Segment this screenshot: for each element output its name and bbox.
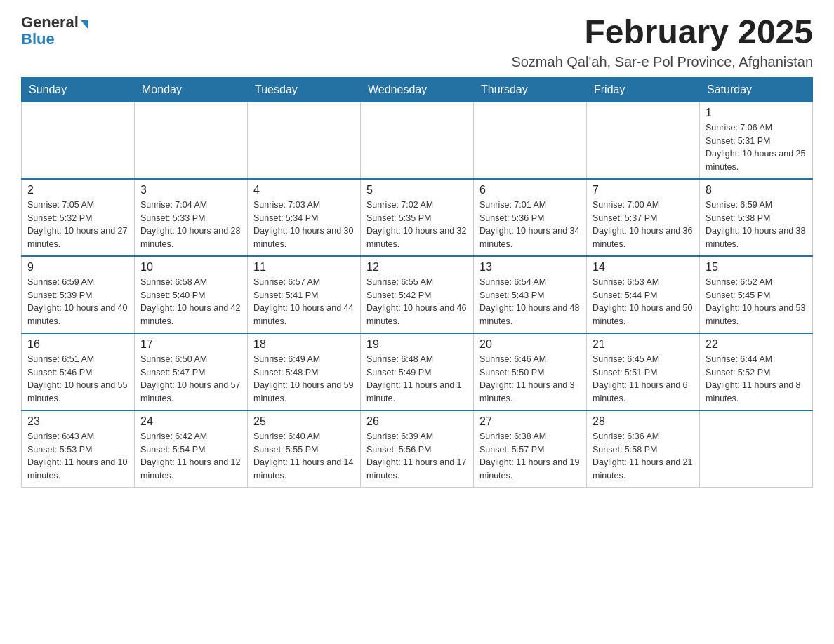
calendar-cell — [22, 102, 135, 179]
month-title: February 2025 — [511, 14, 813, 51]
weekday-header-row: SundayMondayTuesdayWednesdayThursdayFrid… — [22, 77, 813, 102]
day-number: 18 — [253, 338, 355, 351]
day-info: Sunrise: 7:06 AM Sunset: 5:31 PM Dayligh… — [706, 121, 807, 174]
calendar-week-row: 9Sunrise: 6:59 AM Sunset: 5:39 PM Daylig… — [22, 256, 813, 333]
calendar-cell — [700, 410, 813, 488]
day-info: Sunrise: 7:00 AM Sunset: 5:37 PM Dayligh… — [593, 199, 694, 251]
day-info: Sunrise: 7:05 AM Sunset: 5:32 PM Dayligh… — [27, 199, 128, 251]
logo: General Blue — [21, 14, 88, 48]
weekday-header-friday: Friday — [587, 77, 700, 102]
day-number: 23 — [27, 415, 128, 428]
day-info: Sunrise: 6:40 AM Sunset: 5:55 PM Dayligh… — [253, 430, 355, 483]
calendar-cell: 13Sunrise: 6:54 AM Sunset: 5:43 PM Dayli… — [474, 256, 587, 333]
day-info: Sunrise: 6:49 AM Sunset: 5:48 PM Dayligh… — [253, 353, 355, 405]
day-info: Sunrise: 6:59 AM Sunset: 5:39 PM Dayligh… — [27, 276, 128, 328]
day-info: Sunrise: 7:04 AM Sunset: 5:33 PM Dayligh… — [140, 199, 241, 251]
day-number: 20 — [479, 338, 581, 351]
day-number: 7 — [593, 184, 694, 196]
calendar-cell — [587, 102, 700, 179]
day-info: Sunrise: 6:39 AM Sunset: 5:56 PM Dayligh… — [366, 430, 468, 483]
weekday-header-sunday: Sunday — [22, 77, 135, 102]
calendar-cell: 17Sunrise: 6:50 AM Sunset: 5:47 PM Dayli… — [135, 333, 248, 410]
day-number: 12 — [366, 261, 468, 274]
day-info: Sunrise: 6:55 AM Sunset: 5:42 PM Dayligh… — [366, 276, 468, 328]
day-info: Sunrise: 6:42 AM Sunset: 5:54 PM Dayligh… — [140, 430, 241, 483]
day-number: 15 — [706, 261, 807, 274]
day-number: 13 — [479, 261, 581, 274]
day-number: 3 — [140, 184, 241, 196]
calendar-cell: 19Sunrise: 6:48 AM Sunset: 5:49 PM Dayli… — [361, 333, 474, 410]
day-number: 9 — [27, 261, 128, 274]
page-header: General Blue February 2025 Sozmah Qal'ah… — [21, 14, 813, 70]
calendar-cell: 28Sunrise: 6:36 AM Sunset: 5:58 PM Dayli… — [587, 410, 700, 488]
weekday-header-thursday: Thursday — [474, 77, 587, 102]
day-info: Sunrise: 6:45 AM Sunset: 5:51 PM Dayligh… — [593, 353, 694, 405]
day-info: Sunrise: 7:03 AM Sunset: 5:34 PM Dayligh… — [253, 199, 355, 251]
calendar-cell: 25Sunrise: 6:40 AM Sunset: 5:55 PM Dayli… — [248, 410, 361, 488]
calendar-cell — [248, 102, 361, 179]
day-info: Sunrise: 6:59 AM Sunset: 5:38 PM Dayligh… — [706, 199, 807, 251]
calendar-cell: 21Sunrise: 6:45 AM Sunset: 5:51 PM Dayli… — [587, 333, 700, 410]
calendar-week-row: 1Sunrise: 7:06 AM Sunset: 5:31 PM Daylig… — [22, 102, 813, 179]
calendar-cell: 12Sunrise: 6:55 AM Sunset: 5:42 PM Dayli… — [361, 256, 474, 333]
calendar-cell: 27Sunrise: 6:38 AM Sunset: 5:57 PM Dayli… — [474, 410, 587, 488]
day-info: Sunrise: 6:44 AM Sunset: 5:52 PM Dayligh… — [706, 353, 807, 405]
day-number: 21 — [593, 338, 694, 351]
calendar-week-row: 16Sunrise: 6:51 AM Sunset: 5:46 PM Dayli… — [22, 333, 813, 410]
calendar-cell: 26Sunrise: 6:39 AM Sunset: 5:56 PM Dayli… — [361, 410, 474, 488]
day-number: 16 — [27, 338, 128, 351]
calendar-cell: 20Sunrise: 6:46 AM Sunset: 5:50 PM Dayli… — [474, 333, 587, 410]
calendar-cell: 5Sunrise: 7:02 AM Sunset: 5:35 PM Daylig… — [361, 179, 474, 256]
calendar-cell: 15Sunrise: 6:52 AM Sunset: 5:45 PM Dayli… — [700, 256, 813, 333]
day-info: Sunrise: 6:38 AM Sunset: 5:57 PM Dayligh… — [479, 430, 581, 483]
day-info: Sunrise: 6:57 AM Sunset: 5:41 PM Dayligh… — [253, 276, 355, 328]
calendar-cell: 8Sunrise: 6:59 AM Sunset: 5:38 PM Daylig… — [700, 179, 813, 256]
day-info: Sunrise: 6:52 AM Sunset: 5:45 PM Dayligh… — [706, 276, 807, 328]
calendar-cell: 23Sunrise: 6:43 AM Sunset: 5:53 PM Dayli… — [22, 410, 135, 488]
weekday-header-saturday: Saturday — [700, 77, 813, 102]
title-area: February 2025 Sozmah Qal'ah, Sar-e Pol P… — [511, 14, 813, 70]
calendar-cell: 3Sunrise: 7:04 AM Sunset: 5:33 PM Daylig… — [135, 179, 248, 256]
calendar-cell: 11Sunrise: 6:57 AM Sunset: 5:41 PM Dayli… — [248, 256, 361, 333]
day-info: Sunrise: 6:53 AM Sunset: 5:44 PM Dayligh… — [593, 276, 694, 328]
day-info: Sunrise: 6:51 AM Sunset: 5:46 PM Dayligh… — [27, 353, 128, 405]
day-number: 10 — [140, 261, 241, 274]
calendar-cell: 7Sunrise: 7:00 AM Sunset: 5:37 PM Daylig… — [587, 179, 700, 256]
day-number: 24 — [140, 415, 241, 428]
calendar-cell: 24Sunrise: 6:42 AM Sunset: 5:54 PM Dayli… — [135, 410, 248, 488]
calendar-cell: 2Sunrise: 7:05 AM Sunset: 5:32 PM Daylig… — [22, 179, 135, 256]
calendar-week-row: 23Sunrise: 6:43 AM Sunset: 5:53 PM Dayli… — [22, 410, 813, 488]
calendar-cell: 18Sunrise: 6:49 AM Sunset: 5:48 PM Dayli… — [248, 333, 361, 410]
day-number: 1 — [706, 107, 807, 119]
weekday-header-monday: Monday — [135, 77, 248, 102]
day-number: 5 — [366, 184, 468, 196]
day-number: 8 — [706, 184, 807, 196]
calendar-cell — [361, 102, 474, 179]
day-number: 17 — [140, 338, 241, 351]
day-info: Sunrise: 6:54 AM Sunset: 5:43 PM Dayligh… — [479, 276, 581, 328]
calendar-cell: 16Sunrise: 6:51 AM Sunset: 5:46 PM Dayli… — [22, 333, 135, 410]
calendar-cell — [135, 102, 248, 179]
calendar-cell: 10Sunrise: 6:58 AM Sunset: 5:40 PM Dayli… — [135, 256, 248, 333]
day-number: 6 — [479, 184, 581, 196]
day-number: 26 — [366, 415, 468, 428]
day-number: 22 — [706, 338, 807, 351]
calendar-week-row: 2Sunrise: 7:05 AM Sunset: 5:32 PM Daylig… — [22, 179, 813, 256]
day-number: 11 — [253, 261, 355, 274]
day-number: 4 — [253, 184, 355, 196]
calendar-cell: 14Sunrise: 6:53 AM Sunset: 5:44 PM Dayli… — [587, 256, 700, 333]
calendar-cell: 6Sunrise: 7:01 AM Sunset: 5:36 PM Daylig… — [474, 179, 587, 256]
calendar-cell — [474, 102, 587, 179]
weekday-header-tuesday: Tuesday — [248, 77, 361, 102]
calendar-table: SundayMondayTuesdayWednesdayThursdayFrid… — [21, 77, 813, 488]
day-info: Sunrise: 7:02 AM Sunset: 5:35 PM Dayligh… — [366, 199, 468, 251]
weekday-header-wednesday: Wednesday — [361, 77, 474, 102]
calendar-cell: 22Sunrise: 6:44 AM Sunset: 5:52 PM Dayli… — [700, 333, 813, 410]
day-number: 25 — [253, 415, 355, 428]
day-number: 27 — [479, 415, 581, 428]
location-subtitle: Sozmah Qal'ah, Sar-e Pol Province, Afgha… — [511, 54, 813, 70]
day-info: Sunrise: 6:58 AM Sunset: 5:40 PM Dayligh… — [140, 276, 241, 328]
day-info: Sunrise: 6:50 AM Sunset: 5:47 PM Dayligh… — [140, 353, 241, 405]
day-info: Sunrise: 6:36 AM Sunset: 5:58 PM Dayligh… — [593, 430, 694, 483]
calendar-cell: 9Sunrise: 6:59 AM Sunset: 5:39 PM Daylig… — [22, 256, 135, 333]
